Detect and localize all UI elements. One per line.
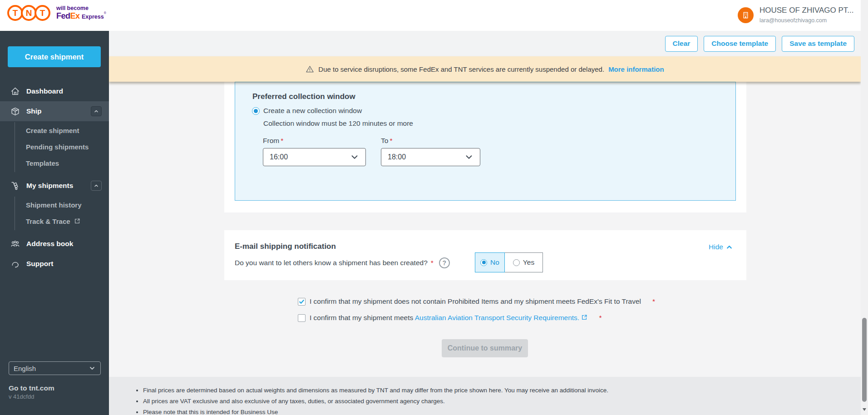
check-icon [299, 299, 305, 305]
new-collection-window-radio[interactable] [252, 107, 260, 115]
sidebar-subitem-templates[interactable]: Templates [0, 155, 109, 171]
external-link-icon [581, 314, 587, 321]
footer-notes: Final prices are determined based on act… [109, 377, 861, 415]
fedex-express: Express [82, 14, 104, 20]
collection-window-card: Preferred collection window Create a new… [224, 82, 746, 212]
prohibited-items-confirmation: I confirm that my shipment does not cont… [298, 297, 655, 306]
my-shipments-subnav: Shipment history Track & Trace [0, 196, 109, 234]
no-radio [480, 259, 487, 266]
aviation-security-link[interactable]: Australian Aviation Transport Security R… [415, 314, 579, 321]
sidebar-item-label: Support [26, 260, 53, 268]
more-information-link[interactable]: More information [608, 65, 664, 73]
aviation-security-checkbox[interactable] [298, 314, 306, 322]
shipment-toolbar: Clear Choose template Save as template [109, 31, 861, 56]
required-asterisk: * [390, 137, 392, 144]
tnt-logo-circle: T [35, 5, 50, 21]
app-version: v 41dcfdd [9, 393, 34, 400]
save-as-template-button[interactable]: Save as template [782, 36, 854, 52]
continue-to-summary-button[interactable]: Continue to summary [442, 339, 528, 357]
sidebar-subitem-label: Track & Trace [26, 217, 70, 225]
required-asterisk: * [599, 314, 602, 322]
home-icon [10, 87, 20, 96]
sidebar-item-label: Ship [26, 107, 42, 115]
sidebar-subitem-shipment-history[interactable]: Shipment history [0, 197, 109, 213]
top-header: T N T will become FedEx Express® [0, 0, 868, 31]
choose-template-button[interactable]: Choose template [704, 36, 776, 52]
headset-icon [10, 259, 20, 269]
vertical-scrollbar[interactable] [861, 0, 868, 415]
confirmation-label: I confirm that my shipment meets Austral… [310, 314, 587, 322]
from-time-select[interactable]: 16:00 [263, 148, 366, 166]
registered-mark: ® [104, 11, 106, 15]
go-to-tnt-link[interactable]: Go to tnt.com [9, 384, 54, 392]
sidebar-item-label: Address book [26, 240, 73, 248]
people-icon [10, 239, 20, 249]
no-label: No [490, 258, 499, 267]
sidebar-nav: Dashboard Ship Create shipment Pending s… [0, 81, 109, 274]
collapse-my-shipments-button[interactable] [91, 181, 102, 191]
yes-label: Yes [523, 258, 534, 267]
email-notification-card: E-mail shipping notification Do you want… [224, 230, 746, 280]
notification-question-row: Do you want to let others know a shipmen… [235, 257, 450, 268]
notify-yes-option[interactable]: Yes [505, 252, 543, 272]
required-asterisk: * [431, 259, 434, 267]
footer-note: All prices are VAT exclusive and also ex… [143, 398, 861, 405]
fedex-wordmark: will become FedEx Express® [56, 5, 106, 21]
collection-window-panel: Preferred collection window Create a new… [235, 82, 736, 201]
account-email: lara@houseofzhivago.com [760, 17, 854, 24]
from-time-value: 16:00 [270, 153, 288, 161]
aviation-security-confirmation: I confirm that my shipment meets Austral… [298, 314, 602, 322]
package-icon [10, 107, 20, 116]
sidebar-item-dashboard[interactable]: Dashboard [0, 81, 109, 101]
collection-window-hint: Collection window must be 120 minutes or… [263, 119, 413, 128]
external-link-icon [74, 218, 80, 224]
ship-subnav: Create shipment Pending shipments Templa… [0, 121, 109, 176]
hide-section-link[interactable]: Hide [709, 243, 733, 251]
will-become-text: will become [56, 5, 106, 11]
prohibited-items-checkbox[interactable] [298, 298, 306, 306]
from-label: From* [263, 137, 283, 145]
chevron-down-icon [350, 153, 359, 162]
create-shipment-button[interactable]: Create shipment [8, 46, 101, 67]
account-menu[interactable]: HOUSE OF ZHIVAGO PT... lara@houseofzhiva… [738, 6, 854, 24]
chevron-up-icon [726, 244, 733, 251]
fedex-fed: Fed [56, 11, 70, 20]
language-select[interactable]: English [9, 361, 101, 375]
collection-window-title: Preferred collection window [252, 92, 355, 101]
sidebar-item-label: My shipments [26, 182, 73, 190]
chevron-up-icon [94, 183, 99, 188]
chevron-down-icon [464, 153, 473, 162]
notification-toggle: No Yes [475, 252, 543, 272]
email-notification-title: E-mail shipping notification [235, 242, 336, 251]
new-collection-window-label: Create a new collection window [263, 107, 362, 115]
sidebar-subitem-track-trace[interactable]: Track & Trace [0, 213, 109, 229]
collapse-ship-button[interactable] [91, 106, 102, 116]
tnt-logo[interactable]: T N T will become FedEx Express® [7, 5, 106, 21]
help-icon[interactable]: ? [439, 257, 450, 268]
to-label: To* [381, 137, 392, 145]
fedex-ex: Ex [70, 11, 80, 20]
confirmation-label: I confirm that my shipment does not cont… [310, 297, 641, 306]
scrollbar-thumb[interactable] [862, 318, 867, 402]
required-asterisk: * [281, 137, 283, 144]
sidebar-subitem-create-shipment[interactable]: Create shipment [0, 122, 109, 138]
chevron-up-icon [94, 109, 99, 114]
hide-label: Hide [709, 243, 723, 251]
sidebar-item-support[interactable]: Support [0, 254, 109, 274]
sidebar-item-my-shipments[interactable]: My shipments [0, 176, 109, 196]
scroll-down-arrow[interactable] [863, 408, 866, 411]
to-time-select[interactable]: 18:00 [381, 148, 480, 166]
chevron-down-icon [89, 365, 96, 372]
to-time-value: 18:00 [388, 153, 406, 161]
notify-no-option[interactable]: No [475, 252, 505, 272]
sidebar-item-address-book[interactable]: Address book [0, 234, 109, 254]
sidebar-subitem-pending-shipments[interactable]: Pending shipments [0, 138, 109, 155]
clear-button[interactable]: Clear [665, 36, 698, 52]
sidebar-item-label: Dashboard [26, 87, 63, 95]
sidebar-item-ship[interactable]: Ship [0, 101, 109, 121]
footer-note: Please note that this is intended for Bu… [143, 409, 861, 415]
company-avatar [738, 7, 754, 23]
tnt-shipping-page: T N T will become FedEx Express® [0, 0, 868, 415]
trolley-icon [10, 181, 20, 191]
warning-icon [306, 65, 314, 74]
